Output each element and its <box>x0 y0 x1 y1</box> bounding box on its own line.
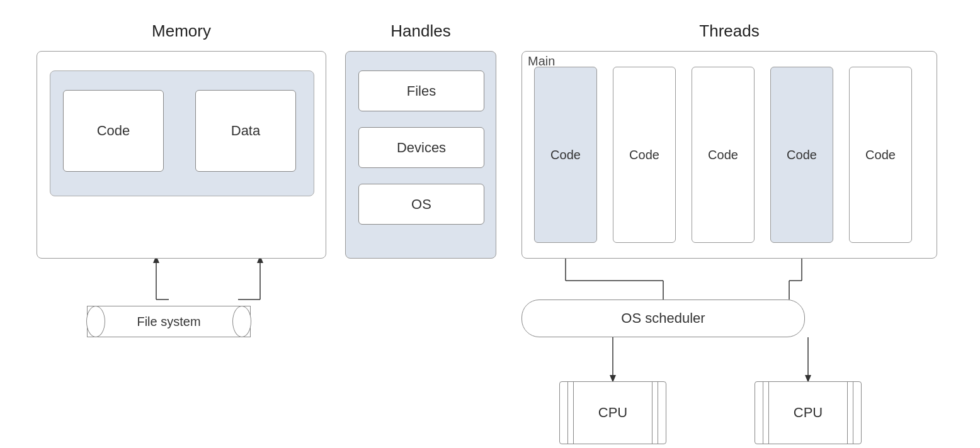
handles-os-box: OS <box>358 184 484 225</box>
thread-2-code-label: Code <box>629 148 659 162</box>
cpu-2-box: CPU <box>755 381 862 444</box>
thread-3-code-label: Code <box>708 148 738 162</box>
thread-col-3: Code <box>692 67 755 243</box>
handles-devices-box: Devices <box>358 127 484 168</box>
cylinder-left-end <box>86 306 105 337</box>
memory-data-box: Data <box>195 90 296 172</box>
filesystem-cylinder: File system <box>87 300 251 344</box>
memory-data-label: Data <box>231 123 260 139</box>
handles-os-label: OS <box>411 196 431 213</box>
thread-4-code-label: Code <box>787 148 817 162</box>
memory-outer-box: Code Data <box>37 51 326 259</box>
thread-col-1: Code <box>534 67 597 243</box>
handles-devices-label: Devices <box>397 140 446 156</box>
memory-code-box: Code <box>63 90 164 172</box>
handles-files-box: Files <box>358 70 484 111</box>
os-scheduler-label: OS scheduler <box>621 310 705 327</box>
cpu-1-label: CPU <box>598 405 627 421</box>
handles-section-label: Handles <box>358 21 484 41</box>
thread-col-5: Code <box>849 67 912 243</box>
thread-1-code-label: Code <box>550 148 581 162</box>
handles-files-label: Files <box>407 83 436 99</box>
filesystem-container: File system <box>87 300 251 344</box>
cpu-2-label: CPU <box>794 405 823 421</box>
thread-5-code-label: Code <box>865 148 896 162</box>
os-scheduler-box: OS scheduler <box>521 300 805 337</box>
memory-section-label: Memory <box>62 21 301 41</box>
diagram-container: Memory Handles Threads Code Data Files D… <box>24 10 956 438</box>
handles-outer-box: Files Devices OS <box>345 51 496 259</box>
cylinder-right-end <box>232 306 251 337</box>
memory-inner-box: Code Data <box>50 70 314 196</box>
thread-col-4: Code <box>770 67 833 243</box>
memory-code-label: Code <box>97 123 130 139</box>
threads-section-label: Threads <box>553 21 906 41</box>
cpu-1-box: CPU <box>559 381 666 444</box>
thread-col-2: Code <box>613 67 676 243</box>
filesystem-label: File system <box>137 315 200 329</box>
